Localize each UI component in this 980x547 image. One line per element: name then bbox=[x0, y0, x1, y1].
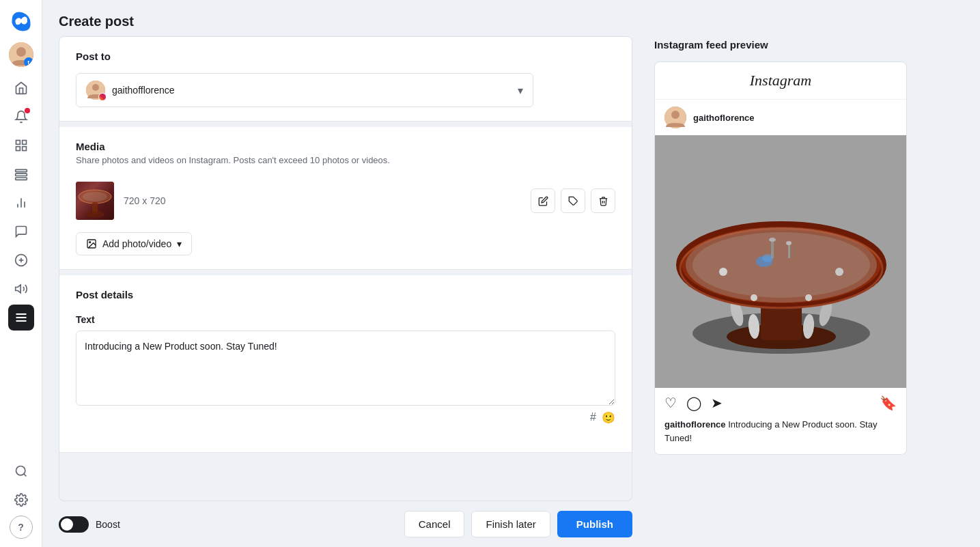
emoji-icon[interactable]: 🙂 bbox=[602, 411, 615, 424]
publish-button[interactable]: Publish bbox=[557, 511, 632, 537]
ig-user-row: gaithoflorence bbox=[655, 100, 906, 135]
tag-media-button[interactable] bbox=[561, 188, 585, 213]
svg-point-48 bbox=[835, 268, 843, 276]
finish-later-button[interactable]: Finish later bbox=[471, 511, 550, 537]
svg-point-44 bbox=[692, 232, 870, 298]
sidebar-item-search[interactable] bbox=[8, 458, 34, 484]
media-subtitle: Share photos and videos on Instagram. Po… bbox=[76, 155, 615, 165]
form-panel: Post to gaith bbox=[59, 36, 632, 547]
cancel-button[interactable]: Cancel bbox=[404, 511, 465, 537]
svg-point-54 bbox=[786, 241, 792, 245]
svg-point-50 bbox=[805, 294, 812, 301]
notification-dot bbox=[25, 108, 30, 113]
ig-actions-row: ♡ ◯ ➤ 🔖 bbox=[655, 388, 906, 418]
ig-preview-image bbox=[655, 135, 906, 388]
bottom-bar: Boost Cancel Finish later Publish bbox=[59, 501, 632, 547]
ig-comment-icon[interactable]: ◯ bbox=[686, 395, 701, 411]
ig-left-icons: ♡ ◯ ➤ bbox=[664, 395, 723, 411]
media-thumb-inner bbox=[76, 182, 114, 220]
sidebar-item-help[interactable]: ? bbox=[10, 516, 33, 539]
avatar[interactable]: f bbox=[9, 42, 33, 67]
sidebar-item-promote[interactable] bbox=[8, 276, 34, 302]
sidebar: f ? bbox=[0, 0, 42, 547]
svg-rect-2 bbox=[16, 141, 20, 145]
page-title: Create post bbox=[42, 0, 980, 36]
svg-point-25 bbox=[83, 192, 107, 201]
svg-point-19 bbox=[16, 466, 25, 475]
svg-line-20 bbox=[23, 474, 26, 477]
svg-point-27 bbox=[85, 211, 104, 218]
instagram-platform-name: Instagram bbox=[750, 72, 811, 89]
ig-share-icon[interactable]: ➤ bbox=[711, 395, 723, 411]
media-title: Media bbox=[76, 141, 615, 152]
sidebar-item-notifications[interactable] bbox=[8, 104, 34, 130]
sidebar-item-monetize[interactable] bbox=[8, 247, 34, 273]
account-avatar bbox=[86, 81, 105, 100]
ig-preview-username: gaithoflorence bbox=[693, 113, 755, 123]
svg-rect-3 bbox=[22, 141, 26, 145]
svg-rect-53 bbox=[788, 244, 790, 258]
sidebar-item-planner[interactable] bbox=[8, 132, 34, 158]
boost-label: Boost bbox=[96, 519, 120, 530]
svg-rect-6 bbox=[15, 169, 27, 171]
svg-point-23 bbox=[92, 84, 99, 91]
svg-point-30 bbox=[89, 242, 91, 243]
fb-badge: f bbox=[24, 57, 33, 67]
sidebar-item-settings[interactable] bbox=[8, 487, 34, 513]
boost-toggle-switch[interactable] bbox=[59, 516, 89, 533]
post-to-title: Post to bbox=[76, 51, 615, 62]
svg-marker-15 bbox=[15, 285, 20, 293]
add-media-chevron-icon: ▾ bbox=[177, 238, 182, 249]
text-label: Text bbox=[76, 314, 615, 325]
ig-caption: gaithoflorence Introducing a New Product… bbox=[655, 418, 906, 454]
svg-point-52 bbox=[769, 238, 776, 242]
sidebar-item-analytics[interactable] bbox=[8, 190, 34, 216]
svg-rect-4 bbox=[22, 147, 26, 151]
svg-point-49 bbox=[751, 294, 757, 301]
text-area-footer: # 🙂 bbox=[76, 411, 615, 424]
post-to-account: gaithofflorence bbox=[86, 81, 175, 100]
post-text-input[interactable]: Introducing a New Product soon. Stay Tun… bbox=[76, 331, 615, 406]
ig-caption-username: gaithoflorence bbox=[664, 419, 726, 430]
account-name: gaithofflorence bbox=[112, 85, 175, 96]
hashtag-icon[interactable]: # bbox=[590, 411, 596, 424]
instagram-badge-icon bbox=[98, 93, 107, 101]
sidebar-item-home[interactable] bbox=[8, 75, 34, 101]
media-thumbnail bbox=[76, 182, 114, 220]
post-to-dropdown[interactable]: gaithofflorence ▾ bbox=[76, 73, 533, 107]
scrollable-form: Post to gaith bbox=[59, 36, 632, 501]
svg-rect-7 bbox=[15, 173, 27, 176]
preview-panel: Instagram feed preview Instagram gaithof… bbox=[632, 36, 964, 547]
svg-rect-5 bbox=[16, 147, 20, 151]
post-details-title: Post details bbox=[76, 289, 615, 300]
toggle-knob bbox=[61, 518, 73, 531]
meta-logo bbox=[9, 8, 33, 33]
action-buttons: Cancel Finish later Publish bbox=[404, 511, 632, 537]
sidebar-item-content[interactable] bbox=[8, 161, 34, 187]
add-media-button[interactable]: Add photo/video ▾ bbox=[76, 232, 192, 255]
instagram-logo-text: Instagram bbox=[655, 62, 906, 100]
content-area: Post to gaith bbox=[42, 36, 980, 547]
sidebar-item-menu[interactable] bbox=[8, 305, 34, 331]
ig-bookmark-icon[interactable]: 🔖 bbox=[880, 395, 897, 411]
sidebar-item-inbox[interactable] bbox=[8, 219, 34, 244]
media-item: 720 x 720 bbox=[76, 176, 615, 225]
edit-media-button[interactable] bbox=[531, 188, 555, 213]
delete-media-button[interactable] bbox=[591, 188, 615, 213]
add-media-label: Add photo/video bbox=[102, 238, 171, 249]
svg-point-56 bbox=[762, 254, 773, 262]
post-to-section: Post to gaith bbox=[59, 37, 632, 122]
preview-title: Instagram feed preview bbox=[654, 36, 964, 51]
svg-point-1 bbox=[16, 47, 26, 57]
ig-preview-avatar bbox=[664, 107, 686, 128]
svg-point-21 bbox=[19, 499, 23, 502]
media-actions bbox=[531, 188, 615, 213]
post-details-section: Post details Text Introducing a New Prod… bbox=[59, 275, 632, 453]
svg-point-47 bbox=[719, 268, 727, 276]
media-section: Media Share photos and videos on Instagr… bbox=[59, 127, 632, 270]
main-content: Create post Post to bbox=[42, 0, 980, 547]
media-dimensions: 720 x 720 bbox=[124, 195, 521, 206]
boost-toggle: Boost bbox=[59, 516, 120, 533]
ig-like-icon[interactable]: ♡ bbox=[664, 395, 677, 411]
svg-point-32 bbox=[671, 111, 680, 119]
